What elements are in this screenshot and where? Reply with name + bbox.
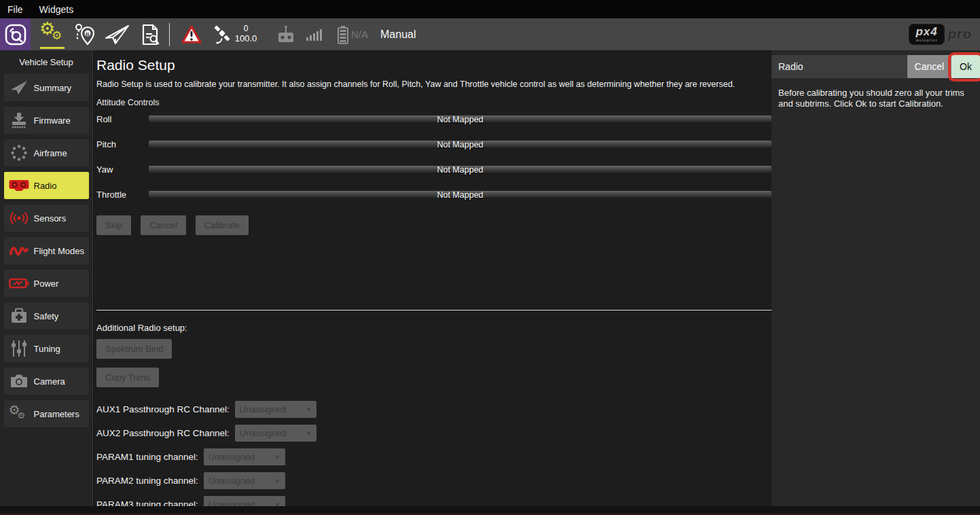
- battery-status-value: N/A: [351, 29, 368, 40]
- sidebar-item-airframe[interactable]: Airframe: [4, 139, 89, 166]
- sidebar-item-parameters[interactable]: ⚙⚙ Parameters: [4, 400, 89, 427]
- toolbar-rc-indicator[interactable]: [270, 18, 302, 50]
- chevron-down-icon: ▼: [274, 454, 280, 461]
- yaw-channel-bar: Not Mapped: [149, 166, 772, 173]
- page-description: Radio Setup is used to calibrate your tr…: [96, 79, 772, 89]
- pro-label: pro: [948, 26, 972, 42]
- calibrate-button[interactable]: Calibrate: [196, 215, 249, 235]
- battery-icon: [337, 24, 349, 45]
- sidebar-item-radio[interactable]: Radio: [4, 172, 89, 199]
- dialog-header: Radio Cancel Ok: [772, 55, 980, 78]
- px4-logo: px4 autopilot: [909, 24, 944, 45]
- sidebar-item-summary[interactable]: Summary: [4, 74, 89, 101]
- param1-tuning-label: PARAM1 tuning channel:: [96, 452, 198, 462]
- qgc-logo-icon: [4, 23, 27, 46]
- aux2-passthrough-dropdown[interactable]: Unassigned ▼: [235, 425, 316, 442]
- camera-icon: [4, 374, 34, 389]
- qgc-logo-button[interactable]: [0, 18, 31, 50]
- cancel-button[interactable]: Cancel: [141, 215, 185, 235]
- toolbar-plan-button[interactable]: B: [69, 18, 101, 50]
- param2-tuning-label: PARAM2 tuning channel:: [96, 476, 198, 486]
- aux2-passthrough-label: AUX2 Passthrough RC Channel:: [96, 428, 230, 438]
- toolbar: ⚙⚙ B: [0, 18, 980, 50]
- menu-widgets[interactable]: Widgets: [39, 4, 74, 15]
- toolbar-vehicle-setup-button[interactable]: ⚙⚙: [36, 18, 69, 50]
- toolbar-analyze-button[interactable]: [134, 18, 166, 50]
- aux1-passthrough-label: AUX1 Passthrough RC Channel:: [96, 404, 230, 414]
- toolbar-divider: [169, 23, 170, 46]
- rc-transmitter-icon: [276, 24, 295, 45]
- sidebar-item-flight-modes[interactable]: Flight Modes: [4, 237, 89, 264]
- menu-bar: File Widgets: [0, 0, 980, 18]
- param1-tuning-dropdown[interactable]: Unassigned ▼: [204, 448, 285, 465]
- toolbar-battery-indicator[interactable]: N/A: [337, 18, 368, 50]
- dialog-title: Radio: [778, 61, 907, 72]
- copy-trims-button[interactable]: Copy Trims: [96, 368, 159, 387]
- sidebar-item-firmware[interactable]: Firmware: [4, 107, 89, 134]
- roll-label: Roll: [96, 114, 149, 124]
- fly-paper-plane-icon: [104, 23, 131, 46]
- firmware-download-icon: [4, 112, 34, 128]
- battery-power-icon: [4, 277, 34, 289]
- svg-text:B: B: [86, 31, 90, 37]
- radio-goggles-icon: [4, 179, 34, 192]
- aux1-passthrough-dropdown[interactable]: Unassigned ▼: [235, 401, 316, 418]
- dialog-ok-button[interactable]: Ok: [951, 55, 980, 78]
- vehicle-setup-gears-icon: ⚙⚙: [39, 22, 66, 47]
- page-title: Radio Setup: [96, 57, 772, 73]
- yaw-channel-value: Not Mapped: [149, 164, 772, 175]
- sidebar-item-camera[interactable]: Camera: [4, 368, 89, 395]
- toolbar-fly-button[interactable]: [101, 18, 134, 50]
- yaw-label: Yaw: [96, 164, 149, 175]
- param2-tuning-dropdown[interactable]: Unassigned ▼: [204, 472, 285, 489]
- chevron-down-icon: ▼: [306, 430, 312, 437]
- signal-bars-icon: [306, 26, 322, 43]
- pitch-label: Pitch: [96, 139, 149, 149]
- plan-waypoints-icon: B: [73, 23, 97, 46]
- vehicle-setup-sidebar: Vehicle Setup Summary Firmware: [0, 50, 93, 506]
- toolbar-messages-indicator[interactable]: [175, 18, 208, 50]
- throttle-channel-value: Not Mapped: [149, 190, 772, 200]
- toolbar-gps-indicator[interactable]: 0 100.0: [208, 18, 261, 50]
- sensor-signal-icon: [4, 209, 34, 227]
- sidebar-item-tuning[interactable]: Tuning: [4, 335, 89, 362]
- flight-modes-wave-icon: [4, 243, 34, 258]
- channel-row-yaw: Yaw Not Mapped: [96, 165, 772, 173]
- window-bottom-strip: [0, 506, 980, 515]
- tuning-sliders-icon: [4, 340, 34, 357]
- dialog-message: Before calibrating you should zero all y…: [772, 78, 980, 110]
- param2-tuning-row: PARAM2 tuning channel: Unassigned ▼: [96, 472, 772, 489]
- toolbar-flight-mode[interactable]: Manual: [368, 18, 416, 50]
- aux1-passthrough-row: AUX1 Passthrough RC Channel: Unassigned …: [96, 401, 772, 418]
- px4-logo-text: px4: [915, 26, 937, 37]
- calibration-buttons: Skip Cancel Calibrate: [96, 215, 772, 235]
- gps-count-value: 0: [244, 24, 249, 34]
- skip-button[interactable]: Skip: [96, 215, 131, 235]
- log-analyze-document-icon: [139, 23, 162, 46]
- gps-satellite-icon: [212, 24, 232, 45]
- menu-file[interactable]: File: [7, 4, 23, 15]
- airframe-dots-icon: [4, 144, 34, 162]
- aux2-passthrough-row: AUX2 Passthrough RC Channel: Unassigned …: [96, 425, 772, 442]
- spektrum-bind-button[interactable]: Spektrum Bind: [96, 339, 172, 359]
- gears-icon: ⚙⚙: [4, 405, 34, 423]
- channel-row-throttle: Throttle Not Mapped: [96, 190, 772, 198]
- warning-triangle-icon: [181, 24, 202, 45]
- channel-row-pitch: Pitch Not Mapped: [96, 140, 772, 148]
- radio-calibration-dialog: Radio Cancel Ok Before calibrating you s…: [772, 50, 980, 506]
- safety-case-icon: [4, 308, 34, 324]
- dialog-cancel-button[interactable]: Cancel: [907, 55, 952, 78]
- sidebar-item-safety[interactable]: Safety: [4, 302, 89, 330]
- gps-values: 0 100.0: [235, 24, 257, 44]
- px4-logo-subtext: autopilot: [916, 38, 938, 42]
- sidebar-item-sensors[interactable]: Sensors: [4, 205, 89, 232]
- section-divider: [96, 310, 772, 310]
- channel-row-roll: Roll Not Mapped: [96, 115, 772, 123]
- dialog-ok-wrap: Ok: [951, 55, 980, 78]
- additional-radio-setup-label: Additional Radio setup:: [96, 323, 772, 333]
- throttle-channel-bar: Not Mapped: [149, 191, 772, 198]
- toolbar-rssi-indicator[interactable]: [302, 18, 326, 50]
- sidebar-item-power[interactable]: Power: [4, 270, 89, 297]
- param1-tuning-row: PARAM1 tuning channel: Unassigned ▼: [96, 448, 772, 465]
- pitch-channel-value: Not Mapped: [149, 139, 772, 150]
